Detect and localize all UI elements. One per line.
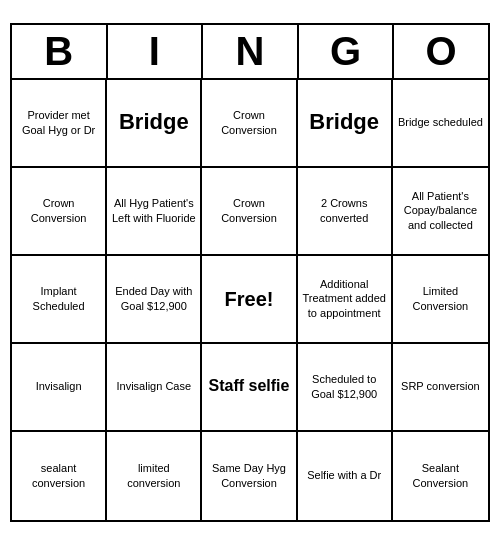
bingo-cell: limited conversion — [107, 432, 202, 520]
bingo-cell: Invisalign Case — [107, 344, 202, 432]
bingo-grid: Provider met Goal Hyg or DrBridgeCrown C… — [12, 80, 488, 520]
bingo-cell: Sealant Conversion — [393, 432, 488, 520]
bingo-cell: Staff selfie — [202, 344, 297, 432]
bingo-cell: Limited Conversion — [393, 256, 488, 344]
bingo-cell: Free! — [202, 256, 297, 344]
header-letter: B — [12, 25, 108, 80]
bingo-cell: All Patient's Copay/balance and collecte… — [393, 168, 488, 256]
bingo-cell: SRP conversion — [393, 344, 488, 432]
bingo-cell: Selfie with a Dr — [298, 432, 393, 520]
bingo-cell: Implant Scheduled — [12, 256, 107, 344]
bingo-cell: 2 Crowns converted — [298, 168, 393, 256]
header-letter: N — [203, 25, 299, 80]
bingo-cell: Bridge — [107, 80, 202, 168]
bingo-cell: Crown Conversion — [12, 168, 107, 256]
bingo-cell: Invisalign — [12, 344, 107, 432]
bingo-cell: Same Day Hyg Conversion — [202, 432, 297, 520]
header-letter: O — [394, 25, 488, 80]
bingo-cell: Additional Treatment added to appointmen… — [298, 256, 393, 344]
bingo-header: BINGO — [12, 25, 488, 80]
bingo-cell: Bridge — [298, 80, 393, 168]
header-letter: I — [108, 25, 204, 80]
bingo-card: BINGO Provider met Goal Hyg or DrBridgeC… — [10, 23, 490, 522]
header-letter: G — [299, 25, 395, 80]
bingo-cell: Provider met Goal Hyg or Dr — [12, 80, 107, 168]
bingo-cell: sealant conversion — [12, 432, 107, 520]
bingo-cell: Scheduled to Goal $12,900 — [298, 344, 393, 432]
bingo-cell: Ended Day with Goal $12,900 — [107, 256, 202, 344]
bingo-cell: Bridge scheduled — [393, 80, 488, 168]
bingo-cell: Crown Conversion — [202, 80, 297, 168]
bingo-cell: All Hyg Patient's Left with Fluoride — [107, 168, 202, 256]
bingo-cell: Crown Conversion — [202, 168, 297, 256]
